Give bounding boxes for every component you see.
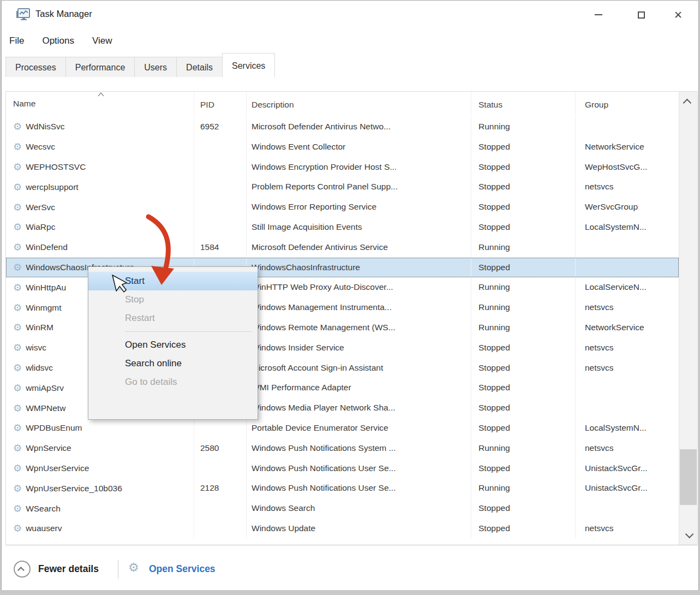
minimize-icon bbox=[595, 14, 602, 15]
service-name: wlidsvc bbox=[26, 363, 53, 373]
service-gear-icon: ⚙ bbox=[13, 222, 22, 232]
table-row[interactable]: ⚙ Wecsvc Windows Event Collector Stopped… bbox=[6, 137, 679, 157]
tab-users[interactable]: Users bbox=[134, 57, 177, 77]
service-name: wercplsupport bbox=[26, 182, 79, 192]
service-status: Stopped bbox=[471, 338, 576, 358]
service-pid bbox=[194, 217, 247, 237]
tab-services[interactable]: Services bbox=[222, 53, 275, 77]
service-status: Stopped bbox=[471, 358, 576, 378]
service-name: WinHttpAu bbox=[26, 283, 66, 293]
service-status: Running bbox=[471, 277, 576, 297]
service-pid: 6952 bbox=[194, 117, 247, 137]
column-header-group[interactable]: Group bbox=[576, 92, 679, 116]
tab-processes[interactable]: Processes bbox=[5, 57, 66, 77]
table-row[interactable]: ⚙ WiaRpc Still Image Acquisition Events … bbox=[6, 217, 679, 237]
service-pid bbox=[194, 519, 247, 539]
service-group: UnistackSvcGr... bbox=[576, 459, 679, 479]
context-menu-item-stop[interactable]: Stop bbox=[88, 290, 258, 309]
footer-divider bbox=[118, 560, 118, 579]
table-row[interactable]: ⚙ WdNisSvc 6952 Microsoft Defender Antiv… bbox=[6, 117, 679, 137]
service-name: WPDBusEnum bbox=[26, 423, 82, 433]
service-status: Stopped bbox=[471, 217, 576, 237]
close-button[interactable]: ✕ bbox=[660, 1, 696, 29]
service-gear-icon: ⚙ bbox=[13, 203, 22, 212]
service-name: wisvc bbox=[26, 343, 46, 353]
service-group: LocalSystemN... bbox=[576, 418, 679, 438]
context-menu-item-open-services[interactable]: Open Services bbox=[88, 336, 258, 354]
service-pid bbox=[194, 197, 247, 217]
service-status: Stopped bbox=[471, 197, 576, 217]
open-services-link[interactable]: Open Services bbox=[149, 563, 216, 575]
table-row[interactable]: ⚙ WinDefend 1584 Microsoft Defender Anti… bbox=[6, 237, 679, 258]
service-pid bbox=[194, 418, 247, 438]
service-status: Stopped bbox=[471, 258, 576, 278]
table-row[interactable]: ⚙ WpnUserService Windows Push Notificati… bbox=[6, 459, 679, 479]
service-status: Stopped bbox=[471, 398, 576, 418]
table-row[interactable]: ⚙ WpnService 2580 Windows Push Notificat… bbox=[6, 438, 679, 459]
service-gear-icon: ⚙ bbox=[13, 403, 22, 413]
service-description: Windows Encryption Provider Host S... bbox=[247, 157, 471, 177]
column-header-status[interactable]: Status bbox=[471, 92, 576, 116]
service-description: WinHTTP Web Proxy Auto-Discover... bbox=[247, 277, 471, 297]
vertical-scrollbar[interactable] bbox=[679, 92, 697, 545]
tab-details[interactable]: Details bbox=[176, 57, 223, 77]
context-menu-item-restart[interactable]: Restart bbox=[88, 309, 258, 328]
maximize-button[interactable] bbox=[623, 1, 659, 29]
table-row[interactable]: ⚙ WerSvc Windows Error Reporting Service… bbox=[6, 197, 679, 217]
table-row[interactable]: ⚙ WSearch Windows Search Stopped bbox=[6, 498, 679, 519]
service-gear-icon: ⚙ bbox=[13, 504, 22, 514]
service-pid bbox=[194, 498, 247, 519]
service-gear-icon: ⚙ bbox=[13, 363, 22, 373]
menubar-item-2[interactable]: View bbox=[92, 31, 112, 51]
service-status: Stopped bbox=[471, 459, 576, 479]
service-group bbox=[576, 378, 679, 398]
context-menu-item-search-online[interactable]: Search online bbox=[88, 354, 258, 373]
tab-bar: ProcessesPerformanceUsersDetailsServices bbox=[5, 53, 698, 78]
table-row[interactable]: ⚙ WPDBusEnum Portable Device Enumerator … bbox=[6, 418, 679, 438]
service-gear-icon: ⚙ bbox=[13, 323, 22, 332]
menubar-item-1[interactable]: Options bbox=[42, 31, 74, 51]
context-menu-item-start[interactable]: Start bbox=[88, 272, 258, 290]
service-name: WiaRpc bbox=[26, 222, 55, 232]
service-description: Problem Reports Control Panel Supp... bbox=[247, 177, 471, 197]
context-menu-item-go-to-details[interactable]: Go to details bbox=[88, 373, 258, 391]
service-gear-icon: ⚙ bbox=[13, 303, 22, 313]
fewer-details-label[interactable]: Fewer details bbox=[38, 563, 99, 575]
scroll-up-button[interactable] bbox=[679, 92, 697, 111]
service-pid bbox=[194, 177, 247, 197]
service-group: netsvcs bbox=[576, 297, 679, 318]
service-description: Windows Push Notifications User Se... bbox=[247, 478, 471, 498]
context-menu: StartStopRestartOpen ServicesSearch onli… bbox=[88, 266, 258, 420]
tab-performance[interactable]: Performance bbox=[65, 57, 135, 77]
table-row[interactable]: ⚙ WpnUserService_10b036 2128 Windows Pus… bbox=[6, 478, 679, 498]
service-group: WerSvcGroup bbox=[576, 197, 679, 217]
service-gear-icon: ⚙ bbox=[13, 383, 22, 393]
service-description: Microsoft Defender Antivirus Netwo... bbox=[247, 117, 471, 137]
scroll-down-button[interactable] bbox=[679, 525, 697, 545]
service-status: Running bbox=[471, 297, 576, 318]
fewer-details-button[interactable] bbox=[14, 561, 31, 578]
service-status: Stopped bbox=[471, 137, 576, 157]
table-row[interactable]: ⚙ wercplsupport Problem Reports Control … bbox=[6, 177, 679, 197]
service-name: WinRM bbox=[26, 323, 53, 332]
service-name: WpnUserService bbox=[26, 463, 89, 473]
chevron-up-icon bbox=[17, 567, 25, 574]
service-description: Portable Device Enumerator Service bbox=[247, 418, 471, 438]
sort-ascending-icon bbox=[98, 92, 104, 97]
service-group: netsvcs bbox=[576, 519, 679, 539]
service-gear-icon: ⚙ bbox=[13, 263, 22, 272]
scrollbar-thumb[interactable] bbox=[680, 449, 697, 505]
service-status: Stopped bbox=[471, 177, 576, 197]
table-row[interactable]: ⚙ wuauserv Windows Update Stopped netsvc… bbox=[6, 519, 679, 539]
service-gear-icon: ⚙ bbox=[13, 162, 22, 172]
menubar-item-0[interactable]: File bbox=[9, 31, 24, 51]
service-gear-icon: ⚙ bbox=[13, 142, 22, 152]
service-description: Microsoft Account Sign-in Assistant bbox=[247, 358, 471, 378]
column-header-description[interactable]: Description bbox=[247, 92, 471, 116]
service-description: Windows Search bbox=[247, 498, 471, 519]
services-gear-icon: ⚙ bbox=[128, 562, 139, 574]
service-group bbox=[576, 117, 679, 137]
table-row[interactable]: ⚙ WEPHOSTSVC Windows Encryption Provider… bbox=[6, 157, 679, 177]
minimize-button[interactable] bbox=[581, 1, 617, 29]
column-header-pid[interactable]: PID bbox=[194, 92, 247, 116]
